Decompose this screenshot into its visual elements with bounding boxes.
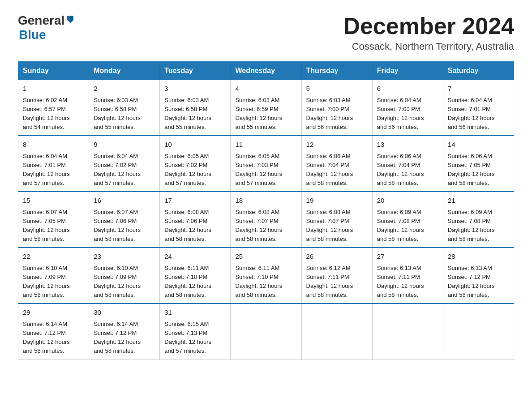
day-number: 13 <box>377 140 438 150</box>
logo-blue-text: Blue <box>19 28 46 42</box>
day-info: Sunrise: 6:04 AMSunset: 7:02 PMDaylight:… <box>94 153 141 186</box>
day-number: 30 <box>94 308 155 318</box>
day-number: 14 <box>448 140 509 150</box>
calendar-cell: 31 Sunrise: 6:15 AMSunset: 7:13 PMDaylig… <box>160 304 231 360</box>
calendar-cell: 9 Sunrise: 6:04 AMSunset: 7:02 PMDayligh… <box>89 136 160 192</box>
day-info: Sunrise: 6:06 AMSunset: 7:05 PMDaylight:… <box>448 153 495 186</box>
calendar-week-row: 29 Sunrise: 6:14 AMSunset: 7:12 PMDaylig… <box>18 304 514 360</box>
day-number: 25 <box>235 252 296 262</box>
calendar-cell: 12 Sunrise: 6:06 AMSunset: 7:04 PMDaylig… <box>301 136 372 192</box>
calendar-cell <box>372 304 443 360</box>
day-info: Sunrise: 6:05 AMSunset: 7:02 PMDaylight:… <box>164 153 211 186</box>
calendar-cell: 23 Sunrise: 6:10 AMSunset: 7:09 PMDaylig… <box>89 248 160 304</box>
calendar-cell: 1 Sunrise: 6:02 AMSunset: 6:57 PMDayligh… <box>18 80 89 136</box>
calendar-week-row: 22 Sunrise: 6:10 AMSunset: 7:09 PMDaylig… <box>18 248 514 304</box>
calendar-week-row: 1 Sunrise: 6:02 AMSunset: 6:57 PMDayligh… <box>18 80 514 136</box>
calendar-week-row: 15 Sunrise: 6:07 AMSunset: 7:05 PMDaylig… <box>18 192 514 248</box>
day-info: Sunrise: 6:04 AMSunset: 7:01 PMDaylight:… <box>448 97 495 130</box>
day-info: Sunrise: 6:03 AMSunset: 6:59 PMDaylight:… <box>235 97 282 130</box>
day-number: 17 <box>164 196 226 206</box>
day-info: Sunrise: 6:08 AMSunset: 7:07 PMDaylight:… <box>306 209 353 242</box>
day-number: 18 <box>235 196 296 206</box>
day-info: Sunrise: 6:10 AMSunset: 7:09 PMDaylight:… <box>23 265 70 298</box>
calendar-cell: 16 Sunrise: 6:07 AMSunset: 7:06 PMDaylig… <box>89 192 160 248</box>
calendar-cell: 24 Sunrise: 6:11 AMSunset: 7:10 PMDaylig… <box>160 248 231 304</box>
logo-arrow-icon <box>65 14 75 26</box>
day-number: 5 <box>306 84 368 94</box>
calendar-cell: 18 Sunrise: 6:08 AMSunset: 7:07 PMDaylig… <box>231 192 301 248</box>
calendar-cell: 14 Sunrise: 6:06 AMSunset: 7:05 PMDaylig… <box>443 136 514 192</box>
calendar-header-sunday: Sunday <box>18 62 89 80</box>
calendar-header-friday: Friday <box>372 62 443 80</box>
day-info: Sunrise: 6:04 AMSunset: 7:01 PMDaylight:… <box>23 153 70 186</box>
day-info: Sunrise: 6:11 AMSunset: 7:10 PMDaylight:… <box>164 265 211 298</box>
day-number: 21 <box>448 196 509 206</box>
calendar-cell: 21 Sunrise: 6:09 AMSunset: 7:08 PMDaylig… <box>443 192 514 248</box>
calendar-cell: 30 Sunrise: 6:14 AMSunset: 7:12 PMDaylig… <box>89 304 160 360</box>
calendar-cell: 29 Sunrise: 6:14 AMSunset: 7:12 PMDaylig… <box>18 304 89 360</box>
calendar-cell: 28 Sunrise: 6:13 AMSunset: 7:12 PMDaylig… <box>443 248 514 304</box>
day-info: Sunrise: 6:03 AMSunset: 6:58 PMDaylight:… <box>164 97 211 130</box>
day-info: Sunrise: 6:13 AMSunset: 7:12 PMDaylight:… <box>448 265 495 298</box>
calendar-cell: 22 Sunrise: 6:10 AMSunset: 7:09 PMDaylig… <box>18 248 89 304</box>
calendar-cell: 3 Sunrise: 6:03 AMSunset: 6:58 PMDayligh… <box>160 80 231 136</box>
logo: General Blue <box>18 13 75 42</box>
day-info: Sunrise: 6:07 AMSunset: 7:05 PMDaylight:… <box>23 209 70 242</box>
month-title: December 2024 <box>343 13 514 39</box>
calendar-cell: 2 Sunrise: 6:03 AMSunset: 6:58 PMDayligh… <box>89 80 160 136</box>
day-number: 24 <box>164 252 226 262</box>
calendar-cell: 15 Sunrise: 6:07 AMSunset: 7:05 PMDaylig… <box>18 192 89 248</box>
day-number: 26 <box>306 252 368 262</box>
day-info: Sunrise: 6:07 AMSunset: 7:06 PMDaylight:… <box>94 209 141 242</box>
day-info: Sunrise: 6:05 AMSunset: 7:03 PMDaylight:… <box>235 153 282 186</box>
calendar-cell: 4 Sunrise: 6:03 AMSunset: 6:59 PMDayligh… <box>231 80 301 136</box>
calendar-cell: 6 Sunrise: 6:04 AMSunset: 7:00 PMDayligh… <box>372 80 443 136</box>
page-header: General Blue December 2024 Cossack, Nort… <box>18 13 514 52</box>
day-info: Sunrise: 6:03 AMSunset: 6:58 PMDaylight:… <box>94 97 141 130</box>
calendar-cell: 17 Sunrise: 6:08 AMSunset: 7:06 PMDaylig… <box>160 192 231 248</box>
day-info: Sunrise: 6:04 AMSunset: 7:00 PMDaylight:… <box>377 97 424 130</box>
day-info: Sunrise: 6:06 AMSunset: 7:04 PMDaylight:… <box>306 153 353 186</box>
calendar-cell: 11 Sunrise: 6:05 AMSunset: 7:03 PMDaylig… <box>231 136 301 192</box>
day-info: Sunrise: 6:08 AMSunset: 7:06 PMDaylight:… <box>164 209 211 242</box>
day-number: 19 <box>306 196 368 206</box>
day-number: 15 <box>23 196 84 206</box>
calendar-cell <box>443 304 514 360</box>
day-info: Sunrise: 6:08 AMSunset: 7:07 PMDaylight:… <box>235 209 282 242</box>
calendar-header-wednesday: Wednesday <box>231 62 301 80</box>
calendar-header-saturday: Saturday <box>443 62 514 80</box>
day-number: 8 <box>23 140 84 150</box>
calendar-week-row: 8 Sunrise: 6:04 AMSunset: 7:01 PMDayligh… <box>18 136 514 192</box>
day-number: 10 <box>164 140 226 150</box>
day-info: Sunrise: 6:12 AMSunset: 7:11 PMDaylight:… <box>306 265 353 298</box>
day-number: 28 <box>448 252 509 262</box>
logo-general-text: General <box>18 13 64 28</box>
day-number: 4 <box>235 84 296 94</box>
calendar-header-thursday: Thursday <box>301 62 372 80</box>
day-info: Sunrise: 6:09 AMSunset: 7:08 PMDaylight:… <box>448 209 495 242</box>
calendar-cell: 25 Sunrise: 6:11 AMSunset: 7:10 PMDaylig… <box>231 248 301 304</box>
day-number: 20 <box>377 196 438 206</box>
calendar-cell: 7 Sunrise: 6:04 AMSunset: 7:01 PMDayligh… <box>443 80 514 136</box>
day-info: Sunrise: 6:09 AMSunset: 7:08 PMDaylight:… <box>377 209 424 242</box>
calendar-cell: 13 Sunrise: 6:06 AMSunset: 7:04 PMDaylig… <box>372 136 443 192</box>
calendar-cell: 19 Sunrise: 6:08 AMSunset: 7:07 PMDaylig… <box>301 192 372 248</box>
day-info: Sunrise: 6:06 AMSunset: 7:04 PMDaylight:… <box>377 153 424 186</box>
svg-marker-1 <box>70 16 73 23</box>
day-number: 29 <box>23 308 84 318</box>
day-number: 6 <box>377 84 438 94</box>
day-info: Sunrise: 6:15 AMSunset: 7:13 PMDaylight:… <box>164 321 211 354</box>
calendar-header-tuesday: Tuesday <box>160 62 231 80</box>
day-number: 22 <box>23 252 84 262</box>
calendar-cell: 26 Sunrise: 6:12 AMSunset: 7:11 PMDaylig… <box>301 248 372 304</box>
calendar-cell: 27 Sunrise: 6:13 AMSunset: 7:11 PMDaylig… <box>372 248 443 304</box>
day-number: 1 <box>23 84 84 94</box>
day-number: 31 <box>164 308 226 318</box>
calendar-header-monday: Monday <box>89 62 160 80</box>
calendar-cell <box>231 304 301 360</box>
day-number: 11 <box>235 140 296 150</box>
calendar-header-row: SundayMondayTuesdayWednesdayThursdayFrid… <box>18 62 514 80</box>
day-info: Sunrise: 6:02 AMSunset: 6:57 PMDaylight:… <box>23 97 70 130</box>
calendar-cell: 20 Sunrise: 6:09 AMSunset: 7:08 PMDaylig… <box>372 192 443 248</box>
day-info: Sunrise: 6:11 AMSunset: 7:10 PMDaylight:… <box>235 265 282 298</box>
